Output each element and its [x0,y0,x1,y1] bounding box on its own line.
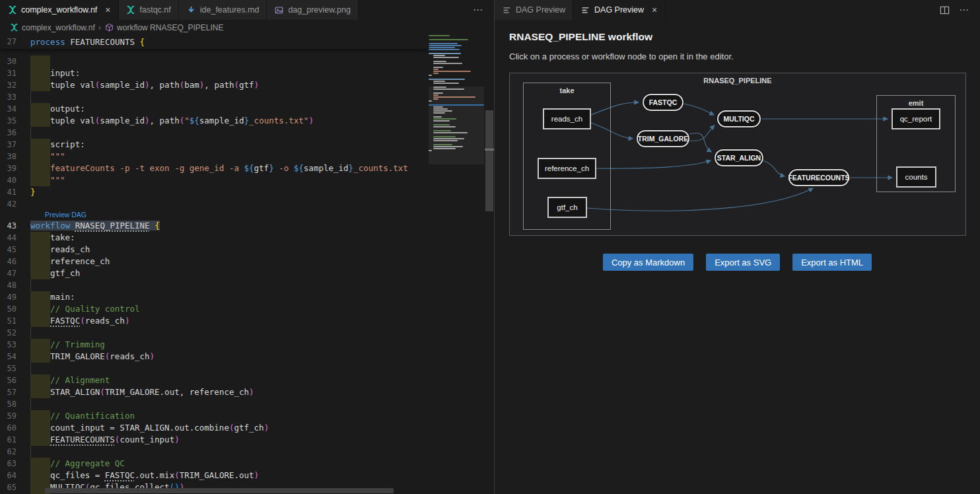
line-text: tuple val(sample_id), path("${sample_id}… [30,115,413,127]
vertical-scrollbar[interactable] [485,35,494,494]
dag-node-STAR_ALIGN[interactable]: STAR_ALIGN [715,149,763,166]
line-number: 27 [0,35,30,49]
code-line-38[interactable]: 38""" [0,151,494,162]
code-line-62[interactable]: 62 [0,446,494,458]
code-line-41[interactable]: 41} [0,186,494,198]
line-number: 39 [0,162,30,174]
tab-fastqc[interactable]: fastqc.nf [119,0,179,20]
tab-dag-preview-png[interactable]: dag_preview.png [267,0,359,20]
horizontal-scrollbar-thumb[interactable] [45,488,394,493]
line-number: 49 [0,291,30,303]
line-text [30,327,413,339]
preview-icon [580,5,590,15]
tab-complex-workflow[interactable]: complex_workflow.nf × [0,0,119,20]
more-actions-icon[interactable]: ⋯ [959,4,969,16]
dag-node-MULTIQC[interactable]: MULTIQC [717,110,761,127]
line-text: take: [30,232,413,244]
code-line-36[interactable]: 36 [0,127,494,139]
code-line-55[interactable]: 55 [0,363,494,374]
line-number: 61 [0,434,30,446]
dag-node-qc_report[interactable]: qc_report [892,108,940,129]
sticky-scroll-line[interactable]: 27process FEATURECOUNTS { [0,35,428,49]
tab-label: dag_preview.png [288,5,351,15]
line-number: 59 [0,410,30,422]
code-line-51[interactable]: 51FASTQC(reads_ch) [0,315,494,327]
code-line-34[interactable]: 34output: [0,103,494,115]
line-text: // Aggregate QC [30,458,413,470]
code-line-32[interactable]: 32tuple val(sample_id), path(bam), path(… [0,79,494,91]
code-line-52[interactable]: 52 [0,327,494,339]
code-line-60[interactable]: 60count_input = STAR_ALIGN.out.combine(g… [0,422,494,434]
code-line-45[interactable]: 45reads_ch [0,244,494,256]
code-line-47[interactable]: 47gtf_ch [0,267,494,279]
dag-node-gtf_ch[interactable]: gtf_ch [547,197,587,218]
code-line-63[interactable]: 63// Aggregate QC [0,458,494,470]
code-line-48[interactable]: 48 [0,279,494,291]
code-line-27[interactable]: 27process FEATURECOUNTS { [0,35,428,49]
export-as-svg-button[interactable]: Export as SVG [706,254,780,271]
breadcrumb-symbol[interactable]: workflow RNASEQ_PIPELINE [104,22,223,32]
line-number: 58 [0,398,30,410]
code-line-39[interactable]: 39featureCounts -p -t exon -g gene_id -a… [0,162,494,174]
tabbar-left: complex_workflow.nf × fastqc.nf ide_feat… [0,0,494,20]
code-line-54[interactable]: 54TRIM_GALORE(reads_ch) [0,351,494,363]
code-line-49[interactable]: 49main: [0,291,494,303]
code-line-37[interactable]: 37script: [0,139,494,151]
code-line-31[interactable]: 31input: [0,67,494,79]
dag-node-reference_ch[interactable]: reference_ch [538,158,596,179]
dag-node-FEATURECOUNTS[interactable]: FEATURECOUNTS [788,169,849,186]
line-text [30,127,413,139]
code-line-42[interactable]: 42 [0,198,494,210]
line-text: } [30,186,413,198]
dag-node-counts[interactable]: counts [896,166,936,188]
line-number: 31 [0,67,30,79]
vertical-scrollbar-thumb[interactable] [485,110,493,211]
line-text: // Quality control [30,303,413,315]
nextflow-icon [9,22,19,32]
code-line-44[interactable]: 44take: [0,232,494,244]
code-line-57[interactable]: 57STAR_ALIGN(TRIM_GALORE.out, reference_… [0,386,494,398]
tab-dag-preview-active[interactable]: DAG Preview × [573,0,665,20]
code-line-56[interactable]: 56// Alignment [0,374,494,386]
code-line-61[interactable]: 61FEATURECOUNTS(count_input) [0,434,494,446]
codelens-preview-dag[interactable]: Preview DAG [0,210,494,220]
tab-label: complex_workflow.nf [21,5,97,15]
breadcrumb-file[interactable]: complex_workflow.nf [9,22,95,32]
code-line-64[interactable]: 64qc_files = FASTQC.out.mix(TRIM_GALORE.… [0,470,494,481]
code-line-46[interactable]: 46reference_ch [0,256,494,267]
symbol-cube-icon [104,22,114,32]
export-as-html-button[interactable]: Export as HTML [792,254,872,271]
code-line-33[interactable]: 33 [0,91,494,103]
chevron-right-icon: › [98,22,101,32]
minimap[interactable] [429,35,484,194]
code-line-35[interactable]: 35tuple val(sample_id), path("${sample_i… [0,115,494,127]
more-actions-icon[interactable]: ⋯ [473,4,483,16]
line-text: process FEATURECOUNTS { [30,35,413,49]
close-icon[interactable]: × [105,5,110,15]
editor-group-right: DAG Preview DAG Preview × ⋯ RNASEQ_PIPEL… [494,0,980,494]
line-number: 35 [0,115,30,127]
line-number: 50 [0,303,30,315]
code-line-58[interactable]: 58 [0,398,494,410]
tab-dag-preview-inactive[interactable]: DAG Preview [495,0,573,20]
code-line-50[interactable]: 50// Quality control [0,303,494,315]
tab-ide-features[interactable]: ide_features.md [179,0,267,20]
code-editor[interactable]: 27process FEATURECOUNTS { 3031input:32tu… [0,35,494,494]
code-line-59[interactable]: 59// Quantification [0,410,494,422]
dag-node-reads_ch[interactable]: reads_ch [543,108,591,129]
dag-node-TRIM_GALORE[interactable]: TRIM_GALORE [637,130,689,147]
indent-highlight [30,67,50,79]
indent-highlight [30,232,50,244]
line-number: 60 [0,422,30,434]
split-editor-icon[interactable] [940,5,950,15]
code-line-30[interactable]: 30 [0,55,494,67]
dag-node-FASTQC[interactable]: FASTQC [643,94,683,111]
close-icon[interactable]: × [652,5,657,15]
line-text: output: [30,103,413,115]
line-number: 33 [0,91,30,103]
minimap-slider[interactable] [429,87,484,164]
code-line-40[interactable]: 40""" [0,174,494,186]
code-line-53[interactable]: 53// Trimming [0,339,494,351]
code-line-43[interactable]: 43workflow RNASEQ_PIPELINE { [0,220,494,232]
copy-as-markdown-button[interactable]: Copy as Markdown [603,254,693,271]
